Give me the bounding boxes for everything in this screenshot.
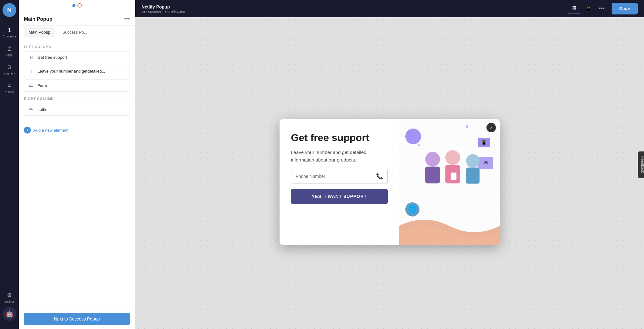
sidebar-item-customize[interactable]: 1 Customize (0, 23, 19, 42)
sidebar-item-settings[interactable]: ⚙ Settings (0, 288, 19, 307)
heading-icon: H (28, 55, 34, 60)
editor-panel: Main Popup ••• Main Popup Success Po... … (19, 0, 135, 329)
element-form[interactable]: ▭ Form (24, 79, 130, 92)
panel-tabs: Main Popup Success Po... (19, 27, 135, 37)
svg-rect-5 (466, 167, 480, 184)
panel-body: LEFT COLUMN H Get free support T Leave y… (19, 37, 135, 309)
topbar: Netlify Popup demopopupsmart.netlify.app… (135, 0, 644, 17)
tab-main-label: Main Popup (29, 30, 50, 35)
svg-rect-6 (451, 173, 456, 180)
bot-icon: 🤖 (6, 310, 14, 318)
globe-icon: 🌐 (405, 202, 419, 217)
bot-button[interactable]: 🤖 (3, 307, 16, 321)
next-to-success-button[interactable]: Next to Success Popup (24, 313, 130, 325)
logo-text: N (7, 7, 12, 14)
tab-success-popup[interactable]: Success Po... (58, 27, 92, 37)
desktop-view-button[interactable]: 🖥 (568, 3, 580, 14)
panel-more-button[interactable]: ••• (124, 16, 130, 22)
svg-rect-1 (425, 167, 440, 183)
style-label: Style (6, 53, 13, 57)
popup-modal: × Get free support Leave your number and… (280, 119, 500, 245)
sidebar-item-style[interactable]: 2 Style (0, 42, 19, 60)
form-icon: ▭ (28, 83, 34, 88)
save-button[interactable]: Save (612, 3, 638, 14)
topbar-more-button[interactable]: ••• (597, 3, 607, 14)
app-logo[interactable]: N (3, 3, 16, 17)
phone-input-container[interactable]: 📞 (291, 169, 388, 184)
app-subtitle: demopopupsmart.netlify.app (142, 9, 185, 13)
sidebar-item-segment[interactable]: 3 Segment (0, 60, 19, 79)
svg-point-0 (425, 152, 440, 167)
form-element-label: Form (37, 83, 47, 88)
tab-success-label: Success Po... (62, 30, 87, 35)
publish-icon: 4 (8, 83, 11, 89)
add-element-button[interactable]: + Add a new element (24, 123, 130, 137)
element-text[interactable]: T Leave your number and getdetailed... (24, 65, 130, 77)
svg-point-2 (445, 150, 460, 165)
segment-label: Segment (4, 72, 15, 75)
illustration-bg: 📱 ✉ (399, 119, 500, 245)
text-icon: T (28, 69, 34, 74)
segment-icon: 3 (8, 64, 11, 71)
device-buttons: 🖥 📱 ••• (568, 3, 607, 14)
indicator-ring (77, 3, 82, 8)
element-heading[interactable]: H Get free support (24, 51, 130, 63)
heading-element-label: Get free support (37, 55, 67, 60)
cta-button[interactable]: YES, I WANT SUPPORT (291, 189, 388, 204)
tab-main-popup[interactable]: Main Popup (24, 27, 55, 37)
close-icon: × (490, 125, 492, 130)
panel-title: Main Popup (24, 16, 53, 22)
brand: Netlify Popup demopopupsmart.netlify.app (142, 4, 185, 13)
app-title: Netlify Popup (142, 4, 185, 9)
left-column-label: LEFT COLUMN (24, 45, 130, 49)
settings-icon: ⚙ (7, 292, 12, 299)
popup-right-illustration: 📱 ✉ (399, 119, 500, 245)
style-icon: 2 (8, 46, 11, 52)
feedback-label: Feedback (641, 156, 644, 173)
add-element-label: Add a new element (33, 128, 68, 133)
phone-input[interactable] (296, 174, 373, 179)
feedback-tab[interactable]: Feedback (638, 151, 644, 178)
canvas-content: × Get free support Leave your number and… (135, 17, 644, 329)
settings-label: Settings (4, 300, 15, 303)
text-element-label: Leave your number and getdetailed... (37, 69, 105, 74)
publish-label: Publish (5, 90, 14, 94)
popup-subtext: Leave your number and get detailed infor… (291, 149, 388, 164)
customize-label: Customize (3, 35, 16, 38)
element-lottie[interactable]: ✏ Lottie (24, 103, 130, 116)
lottie-icon: ✏ (28, 107, 34, 112)
mobile-view-button[interactable]: 📱 (582, 3, 595, 14)
svg-point-4 (466, 154, 480, 168)
panel-indicator (19, 0, 135, 11)
phone-icon: 📞 (376, 173, 383, 180)
sidebar-item-publish[interactable]: 4 Publish (0, 79, 19, 97)
indicator-dot (72, 4, 75, 7)
popup-close-button[interactable]: × (486, 123, 496, 132)
customize-icon: 1 (8, 27, 11, 34)
panel-footer: Next to Success Popup (19, 309, 135, 329)
right-column-label: RIGHT COLUMN (24, 97, 130, 101)
popup-left-content: Get free support Leave your number and g… (280, 119, 399, 245)
add-circle-icon: + (24, 127, 31, 134)
sidebar-nav: N 1 Customize 2 Style 3 Segment 4 Publis… (0, 0, 19, 329)
panel-header: Main Popup ••• (19, 11, 135, 26)
canvas-area: Netlify Popup demopopupsmart.netlify.app… (135, 0, 644, 329)
lottie-element-label: Lottie (37, 107, 47, 112)
popup-heading: Get free support (291, 132, 388, 144)
